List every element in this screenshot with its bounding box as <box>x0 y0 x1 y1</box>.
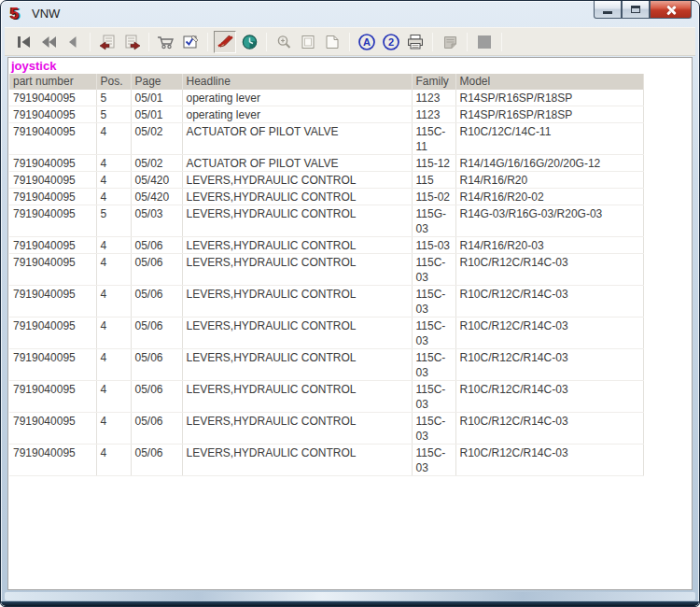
globe-clock-button[interactable] <box>238 31 260 53</box>
table-row[interactable]: 7919040095405/02ACTUATOR OF PILOT VALVE1… <box>9 123 643 155</box>
cell-pos: 4 <box>96 286 131 318</box>
cell-part: 7919040095 <box>9 205 96 237</box>
back-button[interactable] <box>62 31 84 53</box>
print-button[interactable] <box>404 31 427 53</box>
back-icon <box>64 34 81 50</box>
cell-part: 7919040095 <box>9 286 96 318</box>
page-view-folded-button[interactable] <box>321 31 343 53</box>
table-row[interactable]: 7919040095405/06LEVERS,HYDRAULIC CONTROL… <box>9 381 643 413</box>
cell-pos: 4 <box>96 123 131 155</box>
table-row[interactable]: 7919040095405/06LEVERS,HYDRAULIC CONTROL… <box>9 254 643 286</box>
column-header-page[interactable]: Page <box>131 74 182 90</box>
cell-headline[interactable]: LEVERS,HYDRAULIC CONTROL <box>182 205 412 237</box>
toolbar-separator <box>207 33 208 51</box>
svg-text:2: 2 <box>388 36 394 48</box>
results-pane: joystick part numberPos.PageHeadlineFami… <box>7 57 693 590</box>
order-form-button[interactable] <box>179 31 202 53</box>
cell-part: 7919040095 <box>9 189 96 205</box>
cell-family: 115-03 <box>412 237 455 254</box>
hide-annotations-button[interactable] <box>214 31 236 53</box>
cell-headline[interactable]: LEVERS,HYDRAULIC CONTROL <box>182 237 412 254</box>
toolbar-separator <box>349 33 350 51</box>
cell-headline[interactable]: LEVERS,HYDRAULIC CONTROL <box>182 172 412 189</box>
shopping-cart-button[interactable] <box>155 31 177 53</box>
notes-button[interactable] <box>439 31 461 53</box>
cell-headline[interactable]: LEVERS,HYDRAULIC CONTROL <box>182 349 412 381</box>
cell-headline[interactable]: LEVERS,HYDRAULIC CONTROL <box>182 189 412 205</box>
table-row[interactable]: 7919040095405/06LEVERS,HYDRAULIC CONTROL… <box>9 349 643 381</box>
column-header-family[interactable]: Family <box>412 74 455 90</box>
minimize-button[interactable] <box>594 1 622 19</box>
svg-text:A: A <box>363 36 371 48</box>
cell-page: 05/02 <box>131 155 182 172</box>
window-frame-edge <box>1 601 699 606</box>
color-swatch-button[interactable] <box>473 31 496 53</box>
cell-headline[interactable]: LEVERS,HYDRAULIC CONTROL <box>182 413 412 445</box>
maximize-button[interactable] <box>622 1 650 19</box>
cell-model: R10C/R12C/R14C-03 <box>455 413 643 445</box>
table-row[interactable]: 7919040095505/01operating lever1123R14SP… <box>9 106 643 123</box>
cell-headline[interactable]: LEVERS,HYDRAULIC CONTROL <box>182 254 412 286</box>
cell-part: 7919040095 <box>9 123 96 155</box>
cell-part: 7919040095 <box>9 237 96 254</box>
cell-pos: 4 <box>96 172 131 189</box>
results-table: part numberPos.PageHeadlineFamilyModel 7… <box>9 74 644 476</box>
cell-headline[interactable]: operating lever <box>182 106 412 123</box>
cell-headline[interactable]: ACTUATOR OF PILOT VALVE <box>182 123 412 155</box>
table-row[interactable]: 7919040095405/06LEVERS,HYDRAULIC CONTROL… <box>9 237 643 254</box>
cell-model: R14SP/R16SP/R18SP <box>455 106 643 123</box>
fast-backward-button[interactable] <box>37 31 60 53</box>
table-row[interactable]: 7919040095405/420LEVERS,HYDRAULIC CONTRO… <box>9 189 643 205</box>
notes-pad-icon <box>441 34 459 50</box>
close-button[interactable] <box>650 1 692 19</box>
cell-pos: 4 <box>96 445 131 476</box>
shopping-cart-icon <box>157 34 175 50</box>
cell-headline[interactable]: LEVERS,HYDRAULIC CONTROL <box>182 445 412 476</box>
table-row[interactable]: 7919040095405/06LEVERS,HYDRAULIC CONTROL… <box>9 286 643 318</box>
cell-headline[interactable]: ACTUATOR OF PILOT VALVE <box>182 155 412 172</box>
cell-model: R10C/R12C/R14C-03 <box>455 286 643 318</box>
document-with-arrow-left-icon <box>99 34 117 50</box>
zoom-magnifier-icon <box>275 34 293 50</box>
cell-part: 7919040095 <box>9 106 96 123</box>
cell-model: R10C/12C/14C-11 <box>455 123 643 155</box>
title-bar[interactable]: 5 5 VNW <box>1 1 699 26</box>
window-frame-glass <box>5 592 695 600</box>
cell-page: 05/03 <box>131 205 182 237</box>
cell-page: 05/01 <box>131 106 182 123</box>
table-row[interactable]: 7919040095505/03LEVERS,HYDRAULIC CONTROL… <box>9 205 643 237</box>
toolbar-separator <box>148 33 149 51</box>
page-view-icon <box>300 34 317 50</box>
table-row[interactable]: 7919040095505/01operating lever1123R14SP… <box>9 90 643 106</box>
column-header-model[interactable]: Model <box>455 74 643 90</box>
cell-pos: 4 <box>96 189 131 205</box>
cell-page: 05/02 <box>131 123 182 155</box>
cell-family: 115 <box>412 172 455 189</box>
column-header-part[interactable]: part number <box>9 74 96 90</box>
cell-headline[interactable]: operating lever <box>182 90 412 106</box>
cell-model: R14/R16/R20 <box>455 172 643 189</box>
cell-model: R14/R16/R20-02 <box>455 189 643 205</box>
table-row[interactable]: 7919040095405/420LEVERS,HYDRAULIC CONTRO… <box>9 172 643 189</box>
zoom-button[interactable] <box>273 31 295 53</box>
document-back-button[interactable] <box>96 31 119 53</box>
table-row[interactable]: 7919040095405/06LEVERS,HYDRAULIC CONTROL… <box>9 445 643 476</box>
cell-headline[interactable]: LEVERS,HYDRAULIC CONTROL <box>182 381 412 413</box>
cell-headline[interactable]: LEVERS,HYDRAULIC CONTROL <box>182 286 412 318</box>
cell-page: 05/06 <box>131 349 182 381</box>
fast-backward-icon <box>40 34 57 50</box>
highlight-a-button[interactable]: A <box>356 31 378 53</box>
column-header-pos[interactable]: Pos. <box>96 74 131 90</box>
table-row[interactable]: 7919040095405/02ACTUATOR OF PILOT VALVE1… <box>9 155 643 172</box>
document-forward-button[interactable] <box>120 31 143 53</box>
cell-headline[interactable]: LEVERS,HYDRAULIC CONTROL <box>182 318 412 349</box>
cell-model: R14G-03/R16G-03/R20G-03 <box>455 205 643 237</box>
column-header-headline[interactable]: Headline <box>182 74 412 90</box>
cell-pos: 5 <box>96 205 131 237</box>
go-to-first-button[interactable] <box>13 31 35 53</box>
toolbar-separator <box>90 33 91 51</box>
table-row[interactable]: 7919040095405/06LEVERS,HYDRAULIC CONTROL… <box>9 318 643 349</box>
table-row[interactable]: 7919040095405/06LEVERS,HYDRAULIC CONTROL… <box>9 413 643 445</box>
page-view-button[interactable] <box>297 31 319 53</box>
highlight-2-button[interactable]: 2 <box>380 31 402 53</box>
